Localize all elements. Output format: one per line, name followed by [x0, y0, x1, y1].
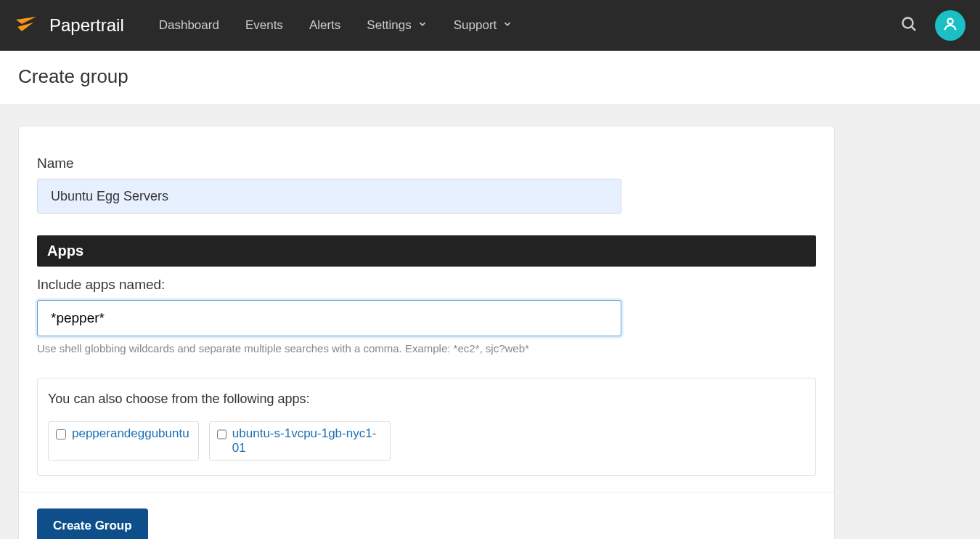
brand-name: Papertrail	[49, 15, 124, 36]
app-checkbox[interactable]	[217, 429, 226, 439]
app-option[interactable]: ubuntu-s-1vcpu-1gb-nyc1-01	[209, 421, 391, 461]
nav-label: Alerts	[309, 18, 340, 33]
chevron-down-icon	[417, 18, 428, 33]
nav-alerts[interactable]: Alerts	[296, 0, 354, 51]
apps-section-header: Apps	[37, 235, 816, 267]
svg-point-0	[903, 17, 913, 28]
user-avatar[interactable]	[935, 10, 965, 41]
top-navbar: Papertrail Dashboard Events Alerts Setti…	[0, 0, 980, 51]
svg-point-2	[947, 18, 952, 23]
group-name-input[interactable]	[37, 179, 621, 214]
available-apps-box: You can also choose from the following a…	[37, 378, 816, 476]
nav-label: Dashboard	[159, 18, 219, 33]
nav-settings[interactable]: Settings	[354, 0, 440, 51]
search-button[interactable]	[890, 15, 928, 36]
app-option-label: ubuntu-s-1vcpu-1gb-nyc1-01	[232, 426, 381, 455]
create-group-card: Name Apps Include apps named: Use shell …	[18, 126, 835, 539]
user-icon	[942, 16, 958, 35]
include-help-text: Use shell globbing wildcards and separat…	[37, 342, 816, 354]
nav-label: Events	[245, 18, 283, 33]
brand-logo-icon	[15, 14, 38, 37]
include-apps-label: Include apps named:	[37, 277, 816, 293]
app-option-label: pepperandeggubuntu	[72, 426, 189, 441]
app-option[interactable]: pepperandeggubuntu	[48, 421, 199, 461]
nav-events[interactable]: Events	[232, 0, 296, 51]
choose-apps-label: You can also choose from the following a…	[48, 392, 805, 407]
create-group-button[interactable]: Create Group	[37, 508, 148, 539]
nav-label: Settings	[367, 18, 411, 33]
page-header: Create group	[0, 51, 980, 104]
nav-support[interactable]: Support	[441, 0, 526, 51]
app-checkbox[interactable]	[56, 429, 66, 439]
content-area: Name Apps Include apps named: Use shell …	[0, 104, 980, 539]
page-title: Create group	[18, 65, 962, 88]
include-apps-input[interactable]	[37, 300, 621, 336]
svg-line-1	[912, 27, 915, 31]
search-icon	[900, 15, 918, 36]
nav-label: Support	[454, 18, 497, 33]
chevron-down-icon	[502, 18, 513, 33]
nav-dashboard[interactable]: Dashboard	[146, 0, 232, 51]
submit-row: Create Group	[19, 492, 834, 539]
name-label: Name	[37, 155, 816, 171]
